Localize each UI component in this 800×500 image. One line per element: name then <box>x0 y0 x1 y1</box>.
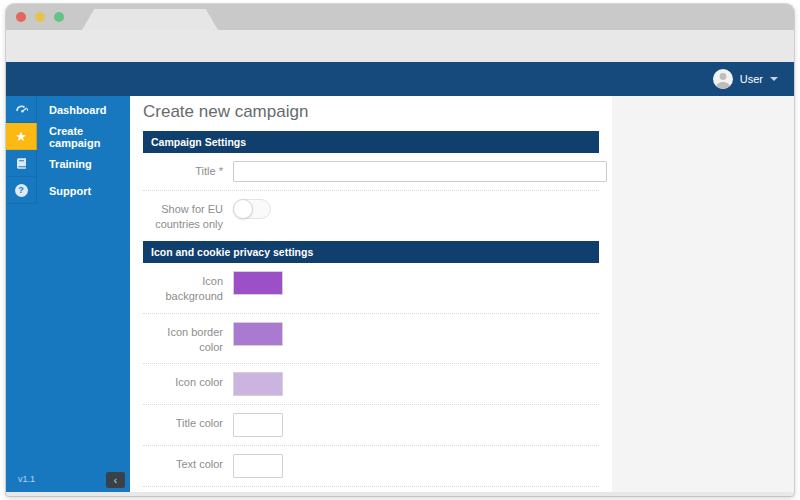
sidebar-item-dashboard[interactable]: Dashboard <box>6 96 130 123</box>
color-field-label: Icon color <box>143 372 223 390</box>
form-row-cookie-accept-button-color: Cookie policy accept button <box>143 487 599 492</box>
browser-address-bar[interactable] <box>6 30 794 62</box>
browser-window: User Dashboard ★ Create campaign <box>6 4 794 496</box>
chevron-down-icon <box>770 77 778 81</box>
app-body: Dashboard ★ Create campaign Training ? <box>6 96 794 492</box>
form-row-icon-color: Icon color <box>143 364 599 405</box>
dashboard-icon <box>6 96 37 123</box>
eu-countries-toggle[interactable] <box>233 199 271 219</box>
form-row-icon-border-color: Icon border color <box>143 314 599 365</box>
star-icon: ★ <box>6 123 37 150</box>
title-field-label: Title * <box>143 161 223 179</box>
user-menu[interactable]: User <box>713 69 778 89</box>
title-color-picker[interactable] <box>233 413 283 437</box>
sidebar: Dashboard ★ Create campaign Training ? <box>6 96 130 492</box>
chevron-left-icon: ‹ <box>114 475 117 486</box>
form-row-title-color: Title color <box>143 405 599 446</box>
color-field-label: Text color <box>143 454 223 472</box>
browser-tab[interactable] <box>82 9 218 30</box>
user-menu-label: User <box>740 73 763 85</box>
color-field-label: Icon background <box>143 271 223 305</box>
toggle-knob <box>233 199 253 219</box>
page-title: Create new campaign <box>143 102 599 122</box>
browser-title-bar <box>6 4 794 30</box>
book-icon <box>6 150 37 177</box>
section-title: Icon and cookie privacy settings <box>151 246 313 258</box>
minimize-window-button[interactable] <box>35 12 45 22</box>
app-version: v1.1 <box>18 474 35 484</box>
title-input[interactable] <box>233 161 607 182</box>
sidebar-item-create-campaign[interactable]: ★ Create campaign <box>6 123 130 150</box>
icon-background-color-picker[interactable] <box>233 271 283 295</box>
sidebar-item-training[interactable]: Training <box>6 150 130 177</box>
top-navbar: User <box>6 62 794 96</box>
form-row-title: Title * <box>143 153 599 191</box>
main-content: Create new campaign Campaign Settings Ti… <box>130 96 794 492</box>
sidebar-item-label: Training <box>37 150 130 177</box>
color-field-label: Title color <box>143 413 223 431</box>
section-title: Campaign Settings <box>151 136 246 148</box>
close-window-button[interactable] <box>16 12 26 22</box>
sidebar-collapse-button[interactable]: ‹ <box>106 472 125 488</box>
sidebar-item-label: Create campaign <box>37 123 130 150</box>
form-row-text-color: Text color <box>143 446 599 487</box>
user-avatar-icon <box>713 69 733 89</box>
eu-toggle-label: Show for EU countries only <box>143 199 223 233</box>
section-header-icon-cookie-privacy: Icon and cookie privacy settings <box>143 241 599 263</box>
icon-border-color-picker[interactable] <box>233 322 283 346</box>
section-header-campaign-settings: Campaign Settings <box>143 131 599 153</box>
screenshot-canvas: User Dashboard ★ Create campaign <box>0 0 800 500</box>
question-icon: ? <box>6 177 37 204</box>
sidebar-item-label: Dashboard <box>37 96 130 123</box>
form-row-icon-background: Icon background <box>143 263 599 314</box>
text-color-picker[interactable] <box>233 454 283 478</box>
sidebar-item-label: Support <box>37 177 130 204</box>
maximize-window-button[interactable] <box>54 12 64 22</box>
form-row-eu-toggle: Show for EU countries only <box>143 191 599 241</box>
app-viewport: User Dashboard ★ Create campaign <box>6 62 794 492</box>
window-controls <box>16 12 64 22</box>
icon-color-picker[interactable] <box>233 372 283 396</box>
form-panel: Create new campaign Campaign Settings Ti… <box>130 96 612 492</box>
sidebar-item-support[interactable]: ? Support <box>6 177 130 204</box>
color-field-label: Icon border color <box>143 322 223 356</box>
